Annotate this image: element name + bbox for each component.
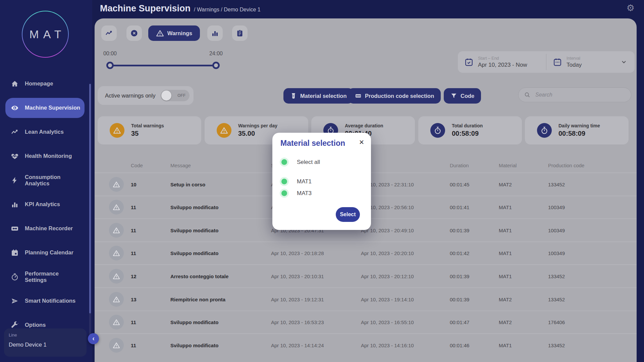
warning-icon <box>217 123 231 138</box>
slider-start-label: 00:00 <box>100 51 120 57</box>
settings-gear-icon[interactable]: ⚙ <box>627 3 635 13</box>
table-row[interactable]: 11Sviluppo modificatoApr 10, 2023 - 20:1… <box>95 242 637 264</box>
cell-message: Riempitrice non pronta <box>170 296 225 302</box>
date-filter-card: Start – End Apr 10, 2023 - Now Interval … <box>458 51 635 73</box>
cell-duration: 00:01:45 <box>450 181 469 187</box>
table-row[interactable]: 12Arresto conteggio totaleApr 10, 2023 -… <box>95 264 637 287</box>
sidebar-item-consumption-analytics[interactable]: Consumption Analytics <box>5 170 85 190</box>
interval-value: Today <box>567 62 582 68</box>
search-icon <box>524 92 531 98</box>
chevron-down-icon[interactable] <box>621 59 627 65</box>
sidebar-item-health-monitoring[interactable]: Health Monitoring <box>5 146 85 166</box>
modal-option-select-all[interactable]: Select all <box>280 158 320 167</box>
slider-handle-end[interactable] <box>212 62 220 69</box>
table-row[interactable]: 13Riempitrice non prontaApr 10, 2023 - 1… <box>95 288 637 310</box>
cell-code: 10 <box>131 181 137 187</box>
tab-errors[interactable] <box>126 25 142 41</box>
modal-option-mat3[interactable]: MAT3 <box>280 189 312 198</box>
stat-label: Total duration <box>452 123 483 128</box>
sidebar-item-label: Lean Analytics <box>25 129 82 135</box>
active-warnings-label: Active warnings only <box>105 93 155 99</box>
tab-warnings[interactable]: Warnings <box>148 25 200 41</box>
select-button[interactable]: Select <box>336 207 360 222</box>
sidebar-item-homepage[interactable]: Homepage <box>5 74 85 94</box>
sidebar-item-kpi-analytics[interactable]: KPI Analytics <box>5 194 85 215</box>
search-input[interactable] <box>535 92 626 98</box>
heart-icon <box>11 152 19 160</box>
device-name: Demo Device 1 <box>9 342 82 348</box>
sidebar-collapse-button[interactable]: ‹ <box>88 333 99 344</box>
tab-trend-chart[interactable] <box>101 25 117 41</box>
sidebar: MAT HomepageMachine SupervisionLean Anal… <box>0 0 92 362</box>
cell-end: Apr 10, 2023 - 16:55:10 <box>361 319 414 325</box>
sidebar-item-smart-notifications[interactable]: Smart Notifications <box>5 291 85 311</box>
warning-icon <box>109 269 124 284</box>
cell-production-code: 100349 <box>548 250 565 256</box>
sidebar-item-planning-calendar[interactable]: Planning Calendar <box>5 243 85 263</box>
active-warnings-card: Active warnings only OFF <box>98 86 194 105</box>
material-selection-button[interactable]: Material selection <box>283 88 353 104</box>
sidebar-item-label: Consumption Analytics <box>25 174 82 187</box>
recorder-icon <box>11 225 19 233</box>
start-end-value: Apr 10, 2023 - Now <box>478 62 527 68</box>
sidebar-item-machine-recorder[interactable]: Machine Recorder <box>5 219 85 239</box>
filter-button-label: Material selection <box>300 93 346 99</box>
start-end-picker[interactable]: Start – End Apr 10, 2023 - Now <box>458 51 546 73</box>
checkbox-checked-icon[interactable] <box>280 189 289 198</box>
modal-option-label: Select all <box>297 159 320 166</box>
cell-code: 11 <box>131 342 136 348</box>
column-header-material: Material <box>499 163 517 168</box>
interval-picker[interactable]: Interval Today <box>546 51 635 73</box>
bars-icon <box>11 200 19 208</box>
device-card[interactable]: Line Demo Device 1 <box>4 328 87 357</box>
breadcrumb-item[interactable]: Demo Device 1 <box>224 7 260 12</box>
cell-code: 11 <box>131 319 136 325</box>
cell-production-code: 100349 <box>548 227 565 233</box>
device-type-label: Line <box>9 333 82 338</box>
sidebar-item-performance-settings[interactable]: Performance Settings <box>5 267 85 287</box>
warning-icon <box>109 177 124 192</box>
cell-message: Sviluppo modificato <box>170 250 218 256</box>
checkbox-checked-icon[interactable] <box>280 158 289 167</box>
tab-analytics[interactable] <box>207 25 223 41</box>
sidebar-item-machine-supervision[interactable]: Machine Supervision <box>5 98 85 118</box>
cell-end: Apr 10, 2023 - 19:14:10 <box>361 296 414 302</box>
cell-end: Apr 10, 2023 - 20:49:10 <box>361 227 414 233</box>
production-code-selection-button[interactable]: Production code selection <box>348 88 441 104</box>
stat-card-total-warnings: Total warnings35 <box>98 116 201 144</box>
cell-production-code: 176406 <box>548 319 565 325</box>
table-row[interactable]: 11Sviluppo modificatoApr 10, 2023 - 14:1… <box>95 334 637 356</box>
modal-option-mat1[interactable]: MAT1 <box>280 177 312 186</box>
cell-material: MAT1 <box>499 273 512 279</box>
stat-value: 35 <box>131 130 139 137</box>
stat-card-daily-warning-time: Daily warning time00:58:09 <box>525 116 629 144</box>
tab-report[interactable] <box>232 25 248 41</box>
time-range-slider[interactable] <box>110 65 216 66</box>
stat-value: 00:58:09 <box>452 130 479 137</box>
sidebar-scrollbar-thumb[interactable] <box>89 84 91 313</box>
cell-duration: 00:01:39 <box>450 273 469 279</box>
calendar-icon <box>553 58 562 66</box>
warning-icon <box>109 338 124 353</box>
table-row[interactable]: 11Sviluppo modificatoApr 10, 2023 - 16:5… <box>95 311 637 334</box>
slider-handle-start[interactable] <box>106 62 114 69</box>
cell-duration: 00:01:39 <box>450 227 469 233</box>
breadcrumb-item[interactable]: Warnings <box>197 7 219 12</box>
cell-message: Setup in corso <box>170 181 205 187</box>
cell-start: Apr 10, 2023 - 16:53:23 <box>271 319 324 325</box>
code-button[interactable]: Code <box>444 88 481 104</box>
breadcrumb-separator: / <box>194 7 197 12</box>
cell-material: MAT2 <box>499 296 512 302</box>
calendar-icon <box>11 249 19 257</box>
checkbox-dot <box>281 190 287 196</box>
checkbox-checked-icon[interactable] <box>280 177 289 186</box>
search-box <box>518 87 631 102</box>
close-icon[interactable]: ✕ <box>359 138 364 146</box>
active-warnings-toggle[interactable]: OFF <box>161 90 190 101</box>
column-header-production-code: Production code <box>548 163 584 168</box>
sidebar-item-lean-analytics[interactable]: Lean Analytics <box>5 122 85 142</box>
cell-message: Arresto conteggio totale <box>170 273 228 279</box>
cell-material: MAT1 <box>499 227 512 233</box>
cell-material: MAT2 <box>499 319 512 325</box>
cell-material: MAT1 <box>499 204 512 210</box>
